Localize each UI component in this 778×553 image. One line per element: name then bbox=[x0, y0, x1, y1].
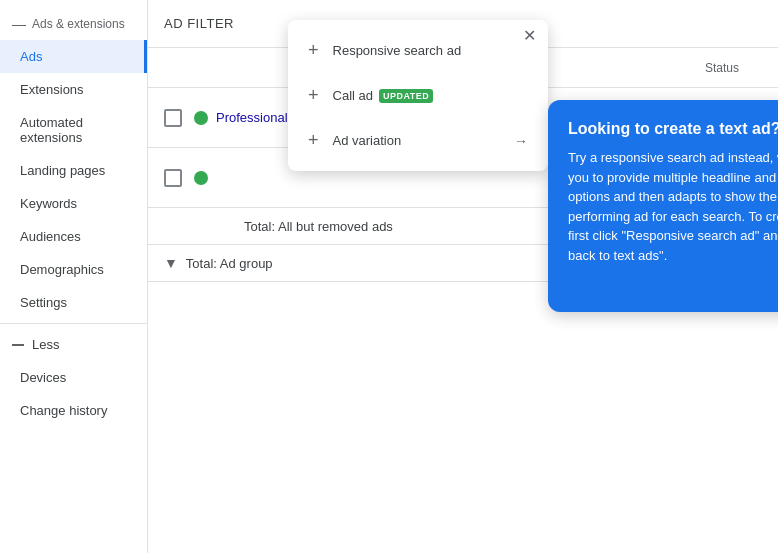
tooltip-box: Looking to create a text ad? Try a respo… bbox=[548, 100, 778, 312]
sidebar-item-settings[interactable]: Settings bbox=[0, 286, 147, 319]
sidebar-label-demographics: Demographics bbox=[20, 262, 104, 277]
plus-icon-variation: + bbox=[308, 130, 319, 151]
main-content: AD FILTER Status Professional Cleaning S… bbox=[148, 0, 778, 553]
responsive-search-ad-label: Responsive search ad bbox=[333, 43, 462, 58]
sidebar-less-item[interactable]: Less bbox=[0, 328, 147, 361]
call-ad-label: Call ad bbox=[333, 88, 373, 103]
row-checkbox-1[interactable] bbox=[164, 109, 182, 127]
sidebar-item-keywords[interactable]: Keywords bbox=[0, 187, 147, 220]
sidebar-item-automated-extensions[interactable]: Automated extensions bbox=[0, 106, 147, 154]
tooltip-body: Try a responsive search ad instead, whic… bbox=[568, 148, 778, 265]
status-dot-2 bbox=[194, 171, 208, 185]
filter-label: AD FILTER bbox=[164, 16, 234, 31]
less-label: Less bbox=[32, 337, 59, 352]
sidebar-item-devices[interactable]: Devices bbox=[0, 361, 147, 394]
sidebar-label-audiences: Audiences bbox=[20, 229, 81, 244]
sidebar-divider bbox=[0, 323, 147, 324]
status-column-header: Status bbox=[682, 61, 762, 75]
less-dash-icon bbox=[12, 344, 24, 346]
dropdown-menu: ✕ + Responsive search ad + Call ad UPDAT… bbox=[288, 20, 548, 171]
dash-icon: — bbox=[12, 16, 26, 32]
close-icon[interactable]: ✕ bbox=[523, 28, 536, 44]
ad-variation-label: Ad variation bbox=[333, 133, 402, 148]
status-dot-1 bbox=[194, 111, 208, 125]
sidebar-label-devices: Devices bbox=[20, 370, 66, 385]
sidebar-label-automated-extensions: Automated extensions bbox=[20, 115, 135, 145]
sidebar-item-demographics[interactable]: Demographics bbox=[0, 253, 147, 286]
plus-icon-responsive: + bbox=[308, 40, 319, 61]
sidebar-item-change-history[interactable]: Change history bbox=[0, 394, 147, 427]
dropdown-item-call-ad[interactable]: + Call ad UPDATED bbox=[288, 73, 548, 118]
sidebar-item-extensions[interactable]: Extensions bbox=[0, 73, 147, 106]
got-it-button[interactable]: GOT IT bbox=[568, 281, 778, 296]
sidebar-section-label: Ads & extensions bbox=[32, 17, 125, 31]
sidebar-label-change-history: Change history bbox=[20, 403, 107, 418]
row-checkbox-2[interactable] bbox=[164, 169, 182, 187]
sidebar-item-landing-pages[interactable]: Landing pages bbox=[0, 154, 147, 187]
sidebar-item-ads[interactable]: Ads bbox=[0, 40, 147, 73]
dropdown-item-responsive-search-ad[interactable]: + Responsive search ad bbox=[288, 28, 548, 73]
dropdown-item-ad-variation[interactable]: + Ad variation → bbox=[288, 118, 548, 163]
tooltip-title: Looking to create a text ad? bbox=[568, 120, 778, 138]
sidebar-label-ads: Ads bbox=[20, 49, 42, 64]
sidebar-label-settings: Settings bbox=[20, 295, 67, 310]
sidebar: — Ads & extensions Ads Extensions Automa… bbox=[0, 0, 148, 553]
sidebar-label-extensions: Extensions bbox=[20, 82, 84, 97]
arrow-right-icon: → bbox=[514, 133, 528, 149]
sidebar-section-header[interactable]: — Ads & extensions bbox=[0, 8, 147, 40]
sidebar-label-keywords: Keywords bbox=[20, 196, 77, 211]
sidebar-label-landing-pages: Landing pages bbox=[20, 163, 105, 178]
updated-badge: UPDATED bbox=[379, 89, 433, 103]
plus-icon-call: + bbox=[308, 85, 319, 106]
sidebar-item-audiences[interactable]: Audiences bbox=[0, 220, 147, 253]
chevron-down-icon: ▼ bbox=[164, 255, 178, 271]
